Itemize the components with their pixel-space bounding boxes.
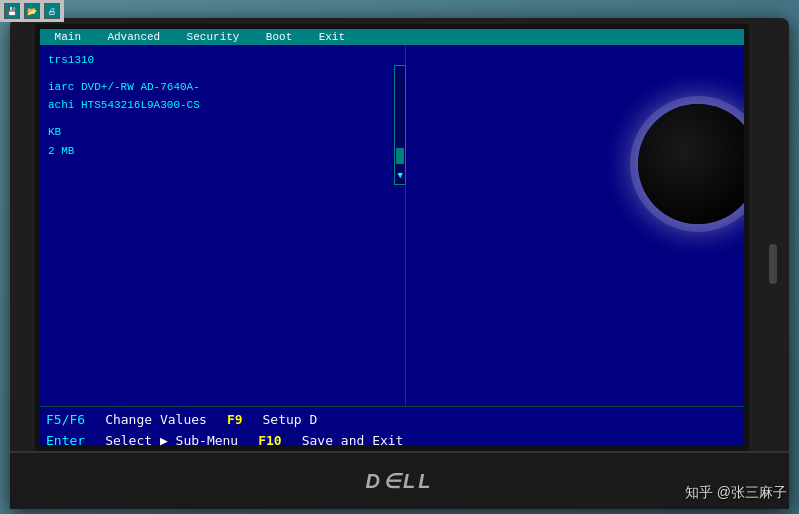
fn-f9: F9 <box>227 410 243 431</box>
bios-item-kb: KB <box>48 123 397 142</box>
bios-item-trs: trs1310 <box>48 51 397 70</box>
save-icon[interactable]: 💾 <box>4 3 20 19</box>
bios-item-mb: 2 MB <box>48 142 397 161</box>
bios-screen: Main Advanced Security Boot Exit trs1310… <box>40 29 744 446</box>
status-row-2: Enter Select ▶ Sub-Menu F10 Save and Exi… <box>46 431 738 446</box>
desc-select: Select ▶ Sub-Menu <box>105 431 238 446</box>
desc-save-exit: Save and Exit <box>302 431 404 446</box>
laptop-frame: Main Advanced Security Boot Exit trs1310… <box>10 18 789 509</box>
print-icon[interactable]: 🖨 <box>44 3 60 19</box>
desc-change-values: Change Values <box>105 410 207 431</box>
status-row-1: F5/F6 Change Values F9 Setup D <box>46 410 738 431</box>
bios-scrollbar-thumb <box>396 148 404 164</box>
watermark: 知乎 @张三麻子 <box>685 484 787 502</box>
dell-logo: D∈LL <box>366 469 434 493</box>
key-enter: Enter <box>46 431 85 446</box>
fn-f10: F10 <box>258 431 281 446</box>
scroll-down-arrow: ▼ <box>395 170 405 180</box>
bios-nav-bar: Main Advanced Security Boot Exit <box>40 29 744 45</box>
title-bar: 💾 📂 🖨 <box>0 0 64 22</box>
bios-content-area: trs1310 iarc DVD+/-RW AD-7640A- achi HTS… <box>40 45 744 442</box>
desc-setup: Setup D <box>263 410 318 431</box>
bios-scrollbar[interactable]: ▼ <box>394 65 406 185</box>
bios-item-dvd: iarc DVD+/-RW AD-7640A- <box>48 78 397 97</box>
bios-status-bar: F5/F6 Change Values F9 Setup D Enter Sel… <box>40 406 744 446</box>
open-icon[interactable]: 📂 <box>24 3 40 19</box>
screen-bezel: Main Advanced Security Boot Exit trs1310… <box>35 24 749 451</box>
power-button[interactable] <box>769 244 777 284</box>
bios-item-hdd: achi HTS543216L9A300-CS <box>48 96 397 115</box>
bios-left-panel: trs1310 iarc DVD+/-RW AD-7640A- achi HTS… <box>40 45 406 442</box>
key-f5f6: F5/F6 <box>46 410 85 431</box>
laptop-bottom-bar: D∈LL <box>10 451 789 509</box>
